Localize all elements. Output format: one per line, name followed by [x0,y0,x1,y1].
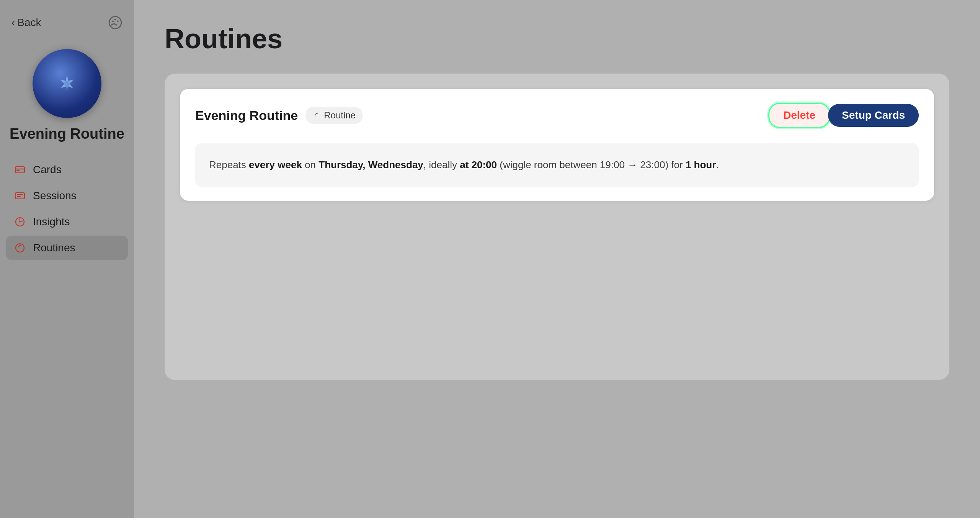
routine-badge: Routine [305,107,363,124]
sidebar-item-cards-label: Cards [33,164,62,176]
svg-point-13 [16,244,24,252]
svg-point-12 [19,221,21,223]
description-frequency: every week [249,159,302,170]
sidebar-item-insights[interactable]: Insights [6,210,128,234]
palette-icon[interactable] [108,15,122,30]
back-chevron-icon: ‹ [11,16,15,29]
routine-card: Evening Routine Routine Delete Setup Car… [180,89,934,201]
back-label: Back [17,16,41,29]
page-title: Routines [165,23,949,54]
description-on: on [302,159,318,170]
sidebar-item-insights-label: Insights [33,216,70,228]
routine-card-left: Evening Routine Routine [195,107,363,124]
svg-point-4 [64,81,70,86]
sidebar-item-cards[interactable]: Cards [6,157,128,182]
sidebar-item-routines-label: Routines [33,242,75,254]
main-content: Routines Evening Routine Routine Delete [134,0,980,518]
back-button[interactable]: ‹ Back [11,16,41,29]
insights-icon [14,216,26,228]
svg-rect-8 [15,193,24,199]
sessions-icon [14,190,26,202]
description-wiggle: (wiggle room between 19:00 → 23:00) for [497,159,686,170]
svg-rect-6 [15,168,24,170]
description-ideally: , ideally [423,159,460,170]
avatar [33,49,101,118]
routine-card-actions: Delete Setup Cards [768,103,919,128]
description-period: . [716,159,719,170]
svg-point-1 [112,20,114,22]
svg-point-2 [114,19,116,21]
routines-icon [14,242,26,254]
sidebar-item-routines[interactable]: Routines [6,236,128,260]
sidebar-profile-name: Evening Routine [0,126,134,157]
description-days: Thursday, Wednesday [318,159,423,170]
delete-button[interactable]: Delete [768,103,830,128]
description-duration: 1 hour [686,159,716,170]
routines-container: Evening Routine Routine Delete Setup Car… [165,74,949,380]
setup-cards-button[interactable]: Setup Cards [828,104,919,127]
routine-card-name: Evening Routine [195,108,298,123]
routine-badge-icon [312,111,321,120]
sidebar-avatar [0,49,134,118]
routine-description: Repeats every week on Thursday, Wednesda… [195,143,919,187]
svg-point-3 [117,20,119,22]
routine-card-header: Evening Routine Routine Delete Setup Car… [195,103,919,128]
routine-badge-label: Routine [324,110,356,121]
cards-icon [14,164,26,176]
sidebar: ‹ Back Evening Routine [0,0,134,518]
svg-point-0 [109,16,121,29]
sidebar-item-sessions[interactable]: Sessions [6,184,128,208]
sidebar-nav: Cards Sessions Insights [0,157,134,260]
sidebar-top: ‹ Back [0,0,134,38]
description-prefix: Repeats [209,159,249,170]
description-time: at 20:00 [460,159,497,170]
sidebar-item-sessions-label: Sessions [33,190,77,202]
